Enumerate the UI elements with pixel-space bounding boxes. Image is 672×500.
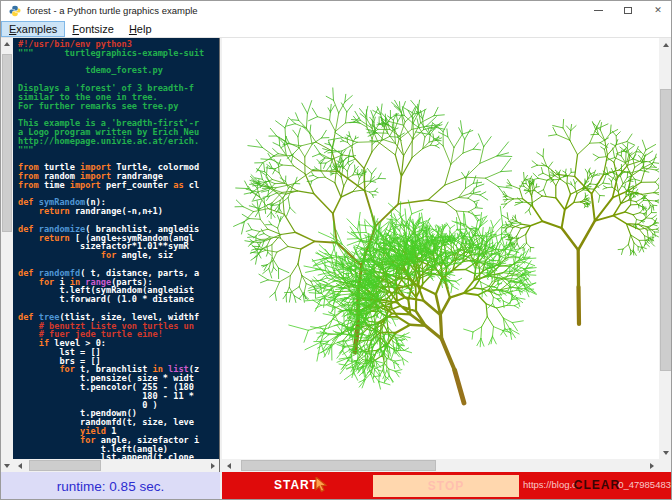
runtime-label: runtime: 0.85 sec. [1, 472, 220, 500]
editor-vertical-scrollbar [1, 38, 13, 459]
scroll-up-button[interactable] [1, 38, 13, 50]
close-button[interactable]: ✕ [643, 1, 672, 20]
arrow-down-icon [663, 451, 669, 455]
arrow-up-icon [4, 42, 10, 46]
editor-hscroll-thumb[interactable] [29, 460, 101, 471]
horizontal-scrollbar-row [1, 459, 672, 472]
right-tree-level-4 [531, 175, 628, 226]
arrow-left-icon [227, 463, 231, 469]
maximize-icon [624, 7, 632, 14]
canvas-scroll-left-button[interactable] [222, 459, 235, 472]
close-icon: ✕ [654, 6, 662, 15]
right-tree-level-2 [562, 221, 595, 250]
arrow-right-icon [650, 463, 654, 469]
canvas-vscroll-thumb[interactable] [660, 89, 672, 371]
right-tree-level-3 [542, 194, 613, 228]
dense-middle-tree-level-2 [426, 315, 442, 339]
window-title: forest - a Python turtle graphics exampl… [27, 5, 198, 16]
arrow-right-icon [211, 463, 215, 469]
code-editor[interactable]: #!/usr/bin/env python3""" turtlegraphics… [13, 38, 219, 459]
arrow-down-icon [4, 464, 10, 468]
scroll-down-button[interactable] [659, 446, 672, 459]
start-button[interactable]: START [223, 472, 369, 497]
editor-scroll-right-button[interactable] [206, 459, 219, 472]
dense-middle-tree-level-1 [442, 339, 455, 370]
minimize-icon [594, 10, 603, 11]
window-controls: ✕ [583, 1, 672, 20]
minimize-button[interactable] [583, 1, 613, 20]
right-tree-level-7 [506, 128, 659, 250]
turtle-canvas [222, 38, 659, 459]
maximize-button[interactable] [613, 1, 643, 20]
menu-item-help[interactable]: Help [122, 22, 159, 36]
editor-scroll-down-button[interactable] [1, 459, 13, 472]
dense-middle-tree-level-0 [455, 370, 464, 403]
editor-vscroll-thumb[interactable] [2, 54, 12, 232]
canvas-vertical-scrollbar [659, 38, 672, 459]
arrow-up-icon [663, 43, 669, 47]
arrow-left-icon [18, 463, 22, 469]
right-tree-level-0 [579, 287, 580, 324]
menubar: ExamplesFontsizeHelp [1, 20, 672, 38]
scroll-up-button[interactable] [659, 38, 672, 51]
stop-button[interactable]: STOP [373, 475, 519, 497]
menu-item-fontsize[interactable]: Fontsize [65, 22, 121, 36]
bottom-bar: runtime: 0.85 sec. START STOP https://bl… [1, 472, 672, 500]
editor-scroll-left-button[interactable] [13, 459, 26, 472]
main-area: #!/usr/bin/env python3""" turtlegraphics… [1, 38, 672, 459]
python-logo-icon [9, 5, 21, 17]
titlebar: forest - a Python turtle graphics exampl… [1, 1, 672, 20]
app-window: forest - a Python turtle graphics exampl… [0, 0, 672, 500]
mouse-cursor-icon [315, 477, 329, 493]
menu-item-examples[interactable]: Examples [2, 22, 64, 36]
clear-button[interactable]: CLEAR [521, 472, 672, 497]
button-area: START STOP https://blog.c0_47985483 CLEA… [222, 472, 672, 500]
left-big-tree-level-4 [315, 191, 399, 243]
canvas-scroll-right-button[interactable] [645, 459, 658, 472]
forest-drawing [222, 38, 659, 459]
canvas-hscroll-thumb[interactable] [241, 460, 436, 471]
